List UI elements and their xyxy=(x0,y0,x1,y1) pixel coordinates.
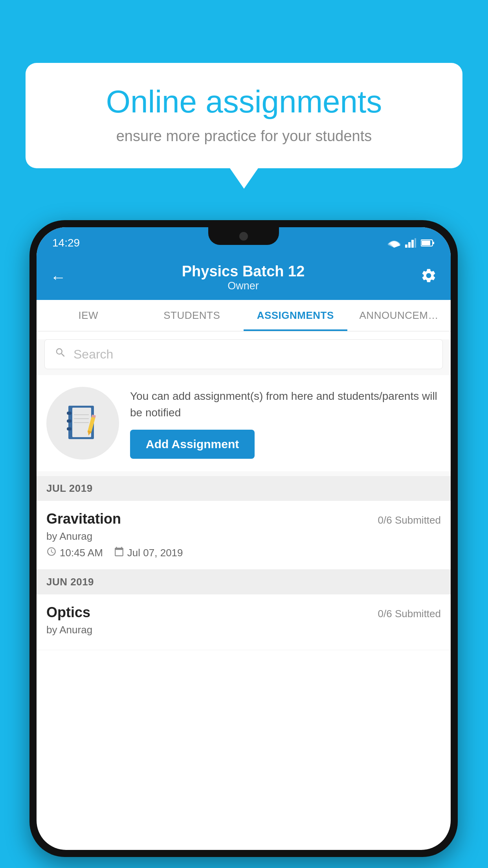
svg-rect-5 xyxy=(415,238,416,248)
assignment-by-optics: by Anurag xyxy=(46,624,441,636)
search-icon xyxy=(55,347,66,362)
assignment-top-row-optics: Optics 0/6 Submitted xyxy=(46,604,441,621)
wifi-icon xyxy=(388,238,400,248)
assignment-submitted-optics: 0/6 Submitted xyxy=(378,608,441,620)
assignment-by: by Anurag xyxy=(46,530,441,542)
add-assignment-button[interactable]: Add Assignment xyxy=(130,430,255,459)
assignment-top-row: Gravitation 0/6 Submitted xyxy=(46,511,441,527)
bubble-title: Online assignments xyxy=(51,85,437,119)
back-button[interactable]: ← xyxy=(50,268,66,286)
header-title: Physics Batch 12 xyxy=(182,263,305,280)
svg-rect-10 xyxy=(67,412,72,415)
promo-content: You can add assignment(s) from here and … xyxy=(130,388,441,459)
phone-frame: 14:29 xyxy=(29,220,458,857)
notebook-icon xyxy=(65,404,101,443)
tab-iew[interactable]: IEW xyxy=(37,300,140,331)
speech-bubble-wrapper: Online assignments ensure more practice … xyxy=(26,63,462,168)
search-bar[interactable]: Search xyxy=(44,339,443,369)
battery-icon xyxy=(421,239,435,247)
bubble-subtitle: ensure more practice for your students xyxy=(51,128,437,145)
header-subtitle: Owner xyxy=(182,280,305,292)
svg-rect-4 xyxy=(411,240,414,248)
section-header-jul: JUL 2019 xyxy=(37,476,451,501)
section-header-jun: JUN 2019 xyxy=(37,570,451,594)
assignment-meta: 10:45 AM Jul 07, 2019 xyxy=(46,546,441,559)
phone-screen: 14:29 xyxy=(37,227,451,850)
meta-time: 10:45 AM xyxy=(46,546,103,559)
speech-bubble: Online assignments ensure more practice … xyxy=(26,63,462,168)
svg-rect-2 xyxy=(405,245,407,248)
camera xyxy=(239,232,248,241)
app-header: ← Physics Batch 12 Owner xyxy=(37,255,451,300)
assignment-title-optics: Optics xyxy=(46,604,90,621)
tab-assignments[interactable]: ASSIGNMENTS xyxy=(244,300,347,331)
assignment-title: Gravitation xyxy=(46,511,121,527)
signal-icon xyxy=(405,238,416,248)
svg-rect-12 xyxy=(67,427,72,430)
search-placeholder: Search xyxy=(73,347,113,362)
tab-students[interactable]: STUDENTS xyxy=(140,300,244,331)
meta-date: Jul 07, 2019 xyxy=(114,546,183,559)
svg-rect-3 xyxy=(408,242,411,248)
promo-card: You can add assignment(s) from here and … xyxy=(37,375,451,471)
calendar-icon xyxy=(114,546,124,559)
svg-rect-11 xyxy=(67,419,72,423)
assignment-time: 10:45 AM xyxy=(60,547,103,559)
promo-icon-circle xyxy=(46,387,119,460)
status-time: 14:29 xyxy=(52,237,80,249)
clock-icon xyxy=(46,546,57,559)
phone-notch xyxy=(208,227,279,245)
status-icons xyxy=(388,238,435,248)
tab-bar: IEW STUDENTS ASSIGNMENTS ANNOUNCEM… xyxy=(37,300,451,331)
svg-rect-7 xyxy=(433,242,434,244)
promo-text: You can add assignment(s) from here and … xyxy=(130,388,441,421)
tab-announcements[interactable]: ANNOUNCEM… xyxy=(347,300,451,331)
svg-rect-8 xyxy=(422,241,430,245)
assignment-date: Jul 07, 2019 xyxy=(127,547,183,559)
assignment-submitted: 0/6 Submitted xyxy=(378,514,441,526)
header-center: Physics Batch 12 Owner xyxy=(182,263,305,292)
assignment-item-optics[interactable]: Optics 0/6 Submitted by Anurag xyxy=(37,594,451,650)
settings-icon[interactable] xyxy=(420,267,437,287)
content-area: Search xyxy=(37,339,451,650)
assignment-item-gravitation[interactable]: Gravitation 0/6 Submitted by Anurag 10:4… xyxy=(37,501,451,570)
